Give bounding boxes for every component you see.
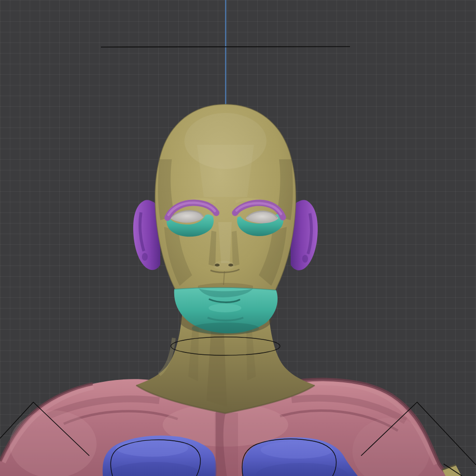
lower-lip-highlight xyxy=(209,304,241,312)
chin-bottom-shadow xyxy=(192,322,259,334)
left-nostril xyxy=(215,264,220,266)
left-pectoral-highlight xyxy=(116,439,188,457)
3d-viewport[interactable] xyxy=(0,0,476,476)
scene-canvas[interactable] xyxy=(0,0,476,476)
right-nostril xyxy=(228,264,233,266)
left-deltoid-highlight xyxy=(10,410,97,476)
forehead-highlight xyxy=(197,145,254,197)
horizontal-reference-line[interactable] xyxy=(101,47,350,47)
right-ear-lobe-shadow xyxy=(302,255,308,263)
left-ear-lobe-shadow xyxy=(142,253,148,261)
